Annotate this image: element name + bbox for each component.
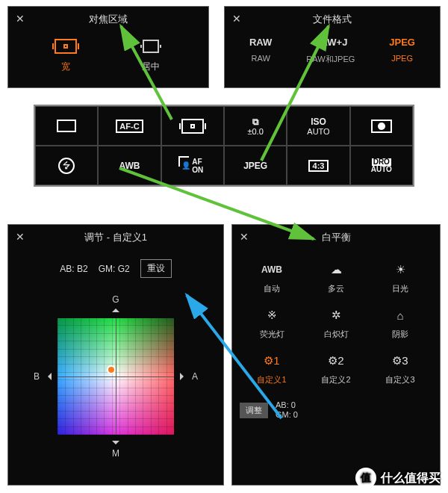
wb-adjust-panel: ✕ 调节 - 自定义1 AB: B2 GM: G2 重设 G M B A	[7, 224, 224, 486]
wb-label: 自定义1	[241, 374, 302, 385]
format-top: RAW	[249, 37, 272, 48]
dro-icon: DROAUTO	[371, 158, 392, 173]
iso-value: AUTO	[307, 127, 329, 136]
color-grid-area[interactable]: G M B A	[34, 294, 198, 459]
watermark: 值 什么值得买	[355, 468, 441, 489]
format-bottom: RAW和JPEG	[306, 54, 355, 65]
focus-area-panel: ✕ 对焦区域 宽 居中	[7, 6, 209, 88]
panel-title: 文件格式	[225, 7, 440, 32]
gm-value: GM: G2	[99, 264, 130, 274]
cell-metering[interactable]	[350, 106, 413, 146]
wb-label: 荧光灯	[241, 329, 302, 340]
arrow-right-icon	[180, 373, 187, 380]
face-af-icon: 👤AFON	[181, 158, 203, 174]
afc-icon: AF-C	[116, 120, 143, 133]
white-balance-panel: ✕ 白平衡 AWB自动 ☁多云 ☀日光 ※荧光灯 ✲白炽灯 ⌂阴影 ⚙1自定义1…	[231, 224, 441, 486]
format-top: JPEG	[389, 37, 415, 48]
format-option-raw[interactable]: RAW RAW	[249, 37, 272, 65]
watermark-text: 什么值得买	[381, 471, 441, 486]
close-icon[interactable]: ✕	[16, 231, 25, 243]
ratio-icon: 4:3	[308, 160, 329, 172]
wb-label: 多云	[305, 283, 367, 294]
quick-settings-strip: AF-C ⧉±0.0 ISOAUTO ⭍ AWB 👤AFON JPEG 4:3 …	[34, 105, 414, 187]
option-label: 宽	[40, 61, 92, 73]
gm-zero: GM: 0	[276, 410, 298, 420]
watermark-badge: 值	[355, 468, 376, 489]
wb-label: 阴影	[370, 329, 431, 340]
format-bottom: RAW	[249, 54, 272, 63]
panel-title: 调节 - 自定义1	[8, 225, 223, 250]
reset-button[interactable]: 重设	[140, 259, 172, 278]
cell-focus-area[interactable]	[161, 106, 224, 146]
axis-g: G	[112, 294, 119, 305]
wb-label: 自定义3	[370, 374, 431, 385]
cell-aspect-ratio[interactable]: 4:3	[287, 146, 349, 185]
close-icon[interactable]: ✕	[232, 13, 241, 25]
metering-icon	[371, 120, 392, 133]
file-format-panel: ✕ 文件格式 RAW RAW RAW+J RAW和JPEG JPEG JPEG	[224, 6, 441, 88]
axis-b: B	[34, 371, 40, 382]
bulb-icon: ✲	[305, 306, 367, 324]
wb-option-auto[interactable]: AWB自动	[241, 256, 302, 299]
wb-option-custom3[interactable]: ⚙3自定义3	[370, 347, 431, 390]
panel-title: 对焦区域	[8, 7, 208, 32]
cell-iso[interactable]: ISOAUTO	[287, 106, 349, 146]
wb-label: 自动	[241, 283, 302, 294]
format-label: JPEG	[243, 161, 267, 171]
sun-icon: ☀	[370, 261, 431, 279]
cell-face-af[interactable]: 👤AFON	[161, 146, 224, 185]
awb-icon: AWB	[241, 261, 302, 279]
arrow-down-icon	[112, 441, 119, 448]
arrow-left-icon	[44, 373, 52, 380]
wb-option-custom2[interactable]: ⚙2自定义2	[305, 347, 367, 390]
cell-af-mode[interactable]: AF-C	[98, 106, 161, 146]
format-option-jpeg[interactable]: JPEG JPEG	[389, 37, 415, 65]
focus-option-center[interactable]: 居中	[125, 37, 177, 73]
flash-off-icon: ⭍	[58, 158, 75, 174]
axis-a: A	[192, 371, 198, 382]
close-icon[interactable]: ✕	[240, 231, 249, 243]
focus-wide-icon	[55, 39, 77, 54]
wb-label: 日光	[370, 283, 431, 294]
color-grid[interactable]	[57, 318, 174, 435]
arrow-up-icon	[112, 305, 119, 312]
wb-label: 自定义2	[305, 374, 367, 385]
custom-icon: ⚙1	[241, 352, 302, 370]
awb-label: AWB	[119, 161, 140, 171]
wb-option-cloudy[interactable]: ☁多云	[305, 256, 367, 299]
cell-exposure-comp[interactable]: ⧉±0.0	[224, 106, 287, 146]
cell-white-balance[interactable]: AWB	[98, 146, 161, 185]
iso-label: ISO	[311, 117, 326, 127]
adjust-button[interactable]: 调整	[240, 403, 268, 418]
cell-flash[interactable]: ⭍	[35, 146, 98, 185]
ab-zero: AB: 0	[276, 400, 298, 410]
close-icon[interactable]: ✕	[16, 13, 25, 25]
rect-icon	[57, 120, 76, 132]
cell-dro[interactable]: DROAUTO	[350, 146, 413, 185]
ab-value: AB: B2	[60, 264, 87, 274]
wb-option-incandescent[interactable]: ✲白炽灯	[305, 302, 367, 344]
ev-icon: ⧉	[252, 117, 259, 127]
ev-value: ±0.0	[247, 127, 263, 136]
format-option-rawj[interactable]: RAW+J RAW和JPEG	[306, 37, 355, 65]
cell-file-format[interactable]: JPEG	[224, 146, 287, 185]
shade-icon: ⌂	[370, 306, 431, 324]
cloud-icon: ☁	[305, 261, 367, 279]
wb-option-daylight[interactable]: ☀日光	[370, 256, 431, 299]
format-bottom: JPEG	[389, 54, 415, 63]
custom-icon: ⚙3	[370, 352, 431, 370]
wb-option-custom1[interactable]: ⚙1自定义1	[241, 347, 302, 390]
cell-drive-mode[interactable]	[35, 106, 98, 146]
wb-label: 白炽灯	[305, 329, 367, 340]
focus-center-icon	[143, 40, 159, 53]
axis-m: M	[112, 448, 119, 459]
grid-cursor[interactable]	[107, 365, 116, 374]
format-top: RAW+J	[306, 37, 355, 48]
fluorescent-icon: ※	[241, 306, 302, 324]
wb-option-fluorescent[interactable]: ※荧光灯	[241, 302, 302, 344]
panel-title: 白平衡	[232, 225, 440, 250]
option-label: 居中	[125, 61, 177, 73]
focus-option-wide[interactable]: 宽	[40, 37, 92, 73]
focus-wide-icon	[181, 119, 204, 134]
wb-option-shade[interactable]: ⌂阴影	[370, 302, 431, 344]
